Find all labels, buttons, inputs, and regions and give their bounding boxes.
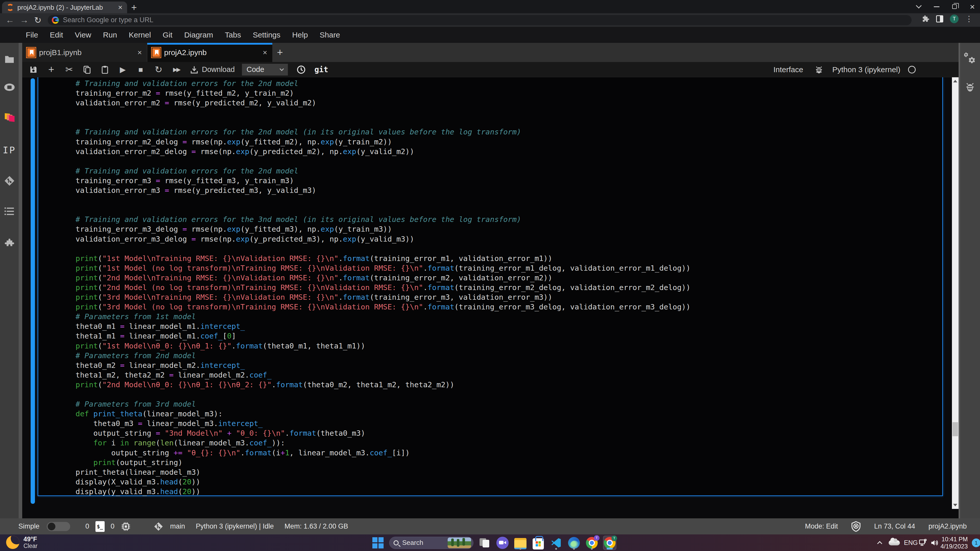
address-bar[interactable]: Search Google or type a URL [48, 15, 912, 25]
windows-logo-icon [372, 537, 383, 548]
git-branch-icon[interactable] [153, 521, 164, 532]
onedrive-cloud-icon[interactable] [889, 534, 900, 551]
restart-run-all-button[interactable]: ▶▶ [172, 66, 181, 73]
tab-search-icon[interactable] [911, 1, 926, 12]
menu-edit[interactable]: Edit [44, 30, 69, 39]
new-launcher-button[interactable]: + [272, 43, 288, 62]
chrome-profile2-icon-active[interactable]: T [603, 536, 616, 550]
save-button[interactable] [29, 65, 38, 74]
scrollbar-thumb[interactable] [953, 422, 958, 436]
tray-chevron-up-icon[interactable] [878, 534, 881, 551]
kernel-status-icon[interactable] [908, 66, 916, 73]
menu-view[interactable]: View [69, 30, 97, 39]
kernel-status-text[interactable]: Python 3 (ipykernel) | Idle [196, 522, 274, 530]
git-sidebar-icon[interactable] [0, 175, 19, 187]
run-cell-button[interactable]: ▶ [118, 65, 127, 74]
vscode-icon[interactable] [549, 536, 563, 550]
chat-app-icon[interactable] [496, 536, 509, 550]
network-icon[interactable] [919, 534, 928, 551]
history-clock-icon[interactable] [297, 65, 306, 74]
git-toolbar-label[interactable]: git [314, 65, 328, 74]
clock-date[interactable]: 10:41 PM 4/19/2023 [940, 534, 968, 551]
window-restore-button[interactable] [947, 1, 962, 12]
code-lines[interactable]: # Training and validation errors for the… [38, 77, 942, 496]
property-inspector-icon[interactable] [960, 52, 980, 64]
doc-tab-close-icon[interactable]: × [137, 48, 142, 57]
interface-label[interactable]: Interface [773, 65, 803, 74]
menu-share[interactable]: Share [314, 30, 346, 39]
doc-tab-proja2[interactable]: projA2.ipynb × [147, 43, 272, 62]
search-highlight-image[interactable] [448, 537, 471, 548]
kernel-name-label[interactable]: Python 3 (ipykernel) [832, 65, 900, 74]
active-code-cell[interactable]: # Training and validation errors for the… [38, 77, 943, 496]
chrome-profile1-icon[interactable]: T [585, 536, 598, 550]
forward-icon[interactable]: → [20, 15, 29, 25]
profile-avatar[interactable]: T [950, 14, 959, 23]
simple-mode-toggle[interactable] [47, 522, 70, 531]
cursor-position[interactable]: Ln 73, Col 44 [874, 522, 915, 530]
download-label[interactable]: Download [202, 65, 235, 74]
window-minimize-button[interactable] [929, 1, 944, 12]
browser-menu-icon[interactable]: ⋮ [965, 14, 973, 23]
git-branch-name[interactable]: main [170, 522, 185, 530]
extension-manager-icon[interactable] [0, 237, 19, 248]
running-kernels-icon[interactable] [0, 83, 19, 91]
menu-tabs[interactable]: Tabs [219, 30, 247, 39]
paste-cell-button[interactable] [100, 65, 110, 74]
menu-file[interactable]: File [20, 30, 44, 39]
reload-icon[interactable]: ↻ [34, 15, 41, 25]
taskbar-search[interactable]: Search [389, 537, 473, 549]
file-browser-icon[interactable] [0, 55, 19, 64]
volume-icon[interactable] [930, 534, 939, 551]
editor-mode[interactable]: Mode: Edit [805, 522, 838, 530]
window-close-button[interactable]: × [965, 1, 980, 12]
right-sidebar [960, 43, 980, 518]
cell-type-dropdown[interactable]: Code [242, 64, 288, 76]
tab-close-icon[interactable]: × [118, 3, 123, 11]
ipython-console-icon[interactable]: IP [0, 145, 19, 156]
edge-icon[interactable] [567, 536, 581, 550]
restart-kernel-button[interactable]: ↻ [154, 64, 163, 75]
status-bar: Simple 0 $_ 0 main Python 3 (ipykernel) … [0, 518, 980, 534]
menu-run[interactable]: Run [97, 30, 123, 39]
copy-cell-button[interactable] [83, 65, 92, 74]
back-icon[interactable]: ← [6, 15, 14, 25]
terminal-icon[interactable]: $_ [95, 521, 105, 532]
google-icon [52, 17, 59, 24]
scrollbar-down-icon[interactable] [952, 501, 959, 509]
start-button[interactable] [371, 536, 385, 550]
weather-widget[interactable]: 49°F Clear [6, 535, 38, 549]
cut-cell-button[interactable]: ✂ [65, 64, 74, 75]
menu-diagram[interactable]: Diagram [178, 30, 219, 39]
stop-kernel-button[interactable]: ■ [136, 65, 145, 74]
notebook-content: # Training and validation errors for the… [22, 77, 959, 518]
file-explorer-icon[interactable] [514, 536, 527, 550]
menu-kernel[interactable]: Kernel [123, 30, 157, 39]
doc-tab-close-icon[interactable]: × [262, 48, 267, 57]
trust-shield-icon[interactable] [851, 521, 861, 532]
tray-date: 4/19/2023 [940, 543, 968, 550]
microsoft-store-icon[interactable] [531, 536, 545, 550]
doc-tab-projb1[interactable]: projB1.ipynb × [22, 43, 147, 62]
extensions-icon[interactable] [922, 15, 929, 23]
new-tab-button[interactable]: + [131, 3, 137, 12]
menu-help[interactable]: Help [286, 30, 314, 39]
scrollbar-up-icon[interactable] [952, 77, 959, 85]
browser-tab[interactable]: projA2.ipynb (2) - JupyterLab × [2, 2, 127, 13]
doc-tab-label: projB1.ipynb [39, 48, 133, 57]
notification-badge[interactable]: 1 [972, 534, 980, 551]
side-panel-icon[interactable] [936, 15, 943, 22]
table-of-contents-icon[interactable] [0, 206, 19, 216]
debugger-sidebar-icon[interactable] [960, 82, 980, 92]
debugger-bug-icon[interactable] [815, 65, 824, 74]
language-indicator[interactable]: ENG [904, 534, 918, 551]
menu-settings[interactable]: Settings [247, 30, 286, 39]
cell-collapser[interactable] [30, 78, 35, 504]
notebook-scrollbar[interactable] [952, 77, 959, 509]
task-view-button[interactable] [478, 536, 491, 550]
diagram-extension-icon[interactable] [0, 112, 19, 122]
menu-git[interactable]: Git [157, 30, 178, 39]
download-icon[interactable] [189, 65, 199, 74]
kernel-chip-icon[interactable] [121, 522, 130, 531]
add-cell-button[interactable]: + [47, 64, 56, 75]
